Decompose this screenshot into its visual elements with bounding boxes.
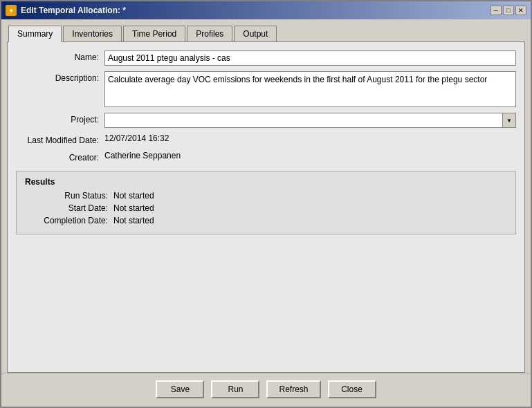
tab-bar: Summary Inventories Time Period Profiles… [7, 25, 525, 41]
window-title: Edit Temporal Allocation: * [21, 6, 126, 15]
start-date-value: Not started [113, 203, 154, 213]
last-modified-value: 12/07/2014 16:32 [104, 133, 169, 143]
last-modified-row: Last Modified Date: 12/07/2014 16:32 [16, 133, 516, 145]
window-icon: ✦ [6, 5, 17, 16]
run-status-row: Run Status: Not started [25, 191, 507, 201]
description-row: Description: Calculate average day VOC e… [16, 71, 516, 107]
tab-inventories[interactable]: Inventories [63, 26, 122, 42]
close-window-button[interactable]: ✕ [515, 6, 526, 15]
tabs-container: Summary Inventories Time Period Profiles… [7, 25, 525, 373]
creator-label: Creator: [16, 151, 99, 163]
start-date-row: Start Date: Not started [25, 203, 507, 213]
completion-date-value: Not started [113, 216, 154, 225]
project-select[interactable] [104, 113, 516, 128]
content-area: Summary Inventories Time Period Profiles… [1, 19, 531, 407]
run-status-value: Not started [113, 191, 154, 201]
save-button[interactable]: Save [156, 380, 204, 398]
tab-content-summary: Name: Description: Calculate average day… [7, 41, 525, 373]
run-button[interactable]: Run [211, 380, 259, 398]
completion-date-label: Completion Date: [25, 216, 108, 225]
description-input[interactable]: Calculate average day VOC emissions for … [104, 71, 516, 107]
tab-summary[interactable]: Summary [8, 26, 62, 42]
project-select-wrapper: ▼ [104, 113, 516, 128]
tab-profiles[interactable]: Profiles [187, 26, 232, 42]
creator-value: Catherine Seppanen [104, 151, 181, 160]
restore-button[interactable]: □ [503, 6, 514, 15]
refresh-button[interactable]: Refresh [266, 380, 320, 398]
results-section: Results Run Status: Not started Start Da… [16, 171, 516, 234]
results-title: Results [25, 177, 507, 187]
title-buttons: ─ □ ✕ [490, 6, 526, 15]
title-bar: ✦ Edit Temporal Allocation: * ─ □ ✕ [1, 1, 531, 19]
tab-time-period[interactable]: Time Period [123, 26, 185, 42]
button-bar: Save Run Refresh Close [7, 373, 525, 401]
description-label: Description: [16, 71, 99, 83]
name-label: Name: [16, 50, 99, 62]
project-row: Project: ▼ [16, 113, 516, 128]
completion-date-row: Completion Date: Not started [25, 216, 507, 225]
minimize-button[interactable]: ─ [490, 6, 502, 15]
last-modified-label: Last Modified Date: [16, 133, 99, 145]
start-date-label: Start Date: [25, 203, 108, 213]
name-input[interactable] [104, 50, 516, 66]
project-label: Project: [16, 113, 99, 124]
title-bar-left: ✦ Edit Temporal Allocation: * [6, 5, 126, 16]
run-status-label: Run Status: [25, 191, 108, 201]
tab-output[interactable]: Output [234, 26, 277, 42]
main-window: ✦ Edit Temporal Allocation: * ─ □ ✕ Summ… [0, 0, 532, 408]
creator-row: Creator: Catherine Seppanen [16, 151, 516, 163]
close-button[interactable]: Close [328, 380, 376, 398]
name-row: Name: [16, 50, 516, 66]
project-dropdown-arrow[interactable]: ▼ [502, 113, 516, 128]
